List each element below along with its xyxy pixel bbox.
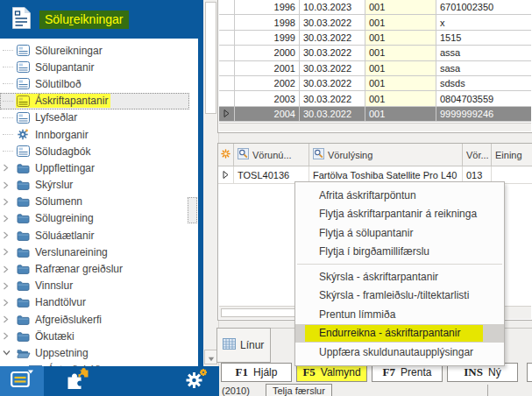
sidebar-item-uppflettingar[interactable]: Uppflettingar [0, 159, 189, 176]
menu-item-endurreikna-skriftarpantanir[interactable]: Endurreikna - áskriftarpantanir [295, 324, 504, 343]
column-header-label: Vörulýsing [328, 150, 372, 160]
orders-grid-hscrollbar[interactable] [219, 123, 531, 131]
sidebar-item-s-lureikningar[interactable]: Sölureikningar [0, 42, 189, 59]
chevron-right-icon[interactable] [3, 332, 16, 340]
menu-item-sk-rsla-framlei-slu-tiltektarlisti[interactable]: Skýrsla - framleiðslu-/tiltektarlisti [295, 286, 504, 306]
chevron-right-icon[interactable] [3, 198, 16, 206]
status-tab-telja-faerslur[interactable]: Telja færslur [266, 384, 332, 396]
sidebar-item-label: Skýrslur [35, 179, 73, 191]
table-row[interactable]: 200330.03.20220010804703559 [219, 91, 531, 106]
sidebar-item-label: Sölupantanir [35, 61, 94, 74]
gear-icon [185, 368, 209, 394]
menu-item-flytja-birg-amillif-rslu[interactable]: Flytja í birgðamillifærslu [295, 243, 504, 262]
cell-year: 1998 [235, 15, 300, 29]
f1-hj-lp[interactable]: F1Hjálp [221, 363, 292, 382]
sidebar-item-kut-ki[interactable]: Ökutæki [0, 328, 189, 344]
chevron-right-icon[interactable] [3, 215, 16, 223]
panel-splitter[interactable] [198, 0, 203, 396]
cell-ref: 0804703559 [436, 91, 531, 105]
column-header-v-rul-sing[interactable]: Vörulýsing [309, 144, 463, 166]
chevron-right-icon[interactable] [3, 231, 16, 239]
sidebar-scrollbar-thumb[interactable] [188, 197, 197, 223]
row-selector-cell [219, 91, 235, 105]
sidebar-item-handt-lvur[interactable]: Handtölvur [0, 294, 189, 311]
menu-item-label: Afrita áskriftarpöntun [319, 189, 416, 202]
cell-date: 30.03.2022 [300, 61, 365, 75]
sidebar-item-lyfse-lar[interactable]: Lyfseðlar [0, 110, 189, 126]
tab-linur[interactable]: Línur [216, 328, 271, 363]
chevron-right-icon[interactable] [3, 282, 16, 290]
sidebar-item-label: Söluáætlanir [35, 230, 94, 242]
chevron-down-icon[interactable] [3, 350, 16, 356]
folder-icon [17, 314, 31, 326]
sidebar-item-s-lu-tlanir[interactable]: Söluáætlanir [0, 227, 189, 244]
column-header-v-run[interactable]: Vörunú... [234, 144, 309, 166]
chevron-right-icon[interactable] [3, 248, 16, 256]
tab-label: Línur [240, 339, 264, 351]
esc-button[interactable]: ESC [527, 363, 532, 382]
column-header-v-r[interactable]: Vör... [463, 144, 492, 166]
menu-item-sk-rsla-skriftarpantanir[interactable]: Skýrsla - áskriftarpantanir [295, 267, 504, 286]
sidebar-item-skriftapantanir[interactable]: Áskriftapantanir [0, 93, 189, 110]
table-row[interactable]: 199610.03.20230016701002350 [219, 0, 531, 15]
folder-icon [17, 330, 31, 343]
sidebar-item-vinnslur[interactable]: Vinnslur [0, 278, 189, 294]
menu-item-flytja-s-lupantanir[interactable]: Flytja á sölupantanir [295, 223, 504, 243]
bottom-toolbar [0, 366, 219, 396]
forms-menu-button[interactable] [0, 366, 44, 396]
row-selector-cell [219, 0, 235, 14]
cell-ref: sasa [436, 61, 531, 75]
menu-item-afrita-skriftarp-ntun[interactable]: Afrita áskriftarpöntun [295, 186, 504, 205]
chevron-right-icon[interactable] [3, 164, 16, 172]
table-row[interactable]: 200230.03.2022001sdsds [219, 76, 531, 91]
menu-item-prentun-l-mmi-a[interactable]: Prentun límmiða [295, 305, 504, 324]
main-panel: 199610.03.20230016701002350199830.03.202… [219, 0, 532, 396]
cell-code: 001 [365, 107, 436, 121]
column-header-item[interactable] [218, 144, 234, 166]
cell-year: 2003 [235, 91, 300, 105]
cell-year: 1999 [235, 31, 300, 45]
sidebar-item-rafr-nar-grei-slur[interactable]: Rafrænar greiðslur [0, 260, 189, 277]
status-year: (2010) [222, 385, 250, 396]
table-row[interactable]: 200130.03.2022001sasa [219, 61, 531, 76]
table-row[interactable]: 199830.03.2022001x [219, 15, 531, 30]
chevron-right-icon[interactable] [3, 265, 16, 273]
table-row[interactable]: 200030.03.2022001assa [219, 46, 531, 60]
sidebar-item-label: Verslunareining [35, 246, 108, 258]
settings-button[interactable] [177, 366, 216, 396]
vertical-scrollbar-thumb[interactable] [205, 2, 216, 114]
modules-button[interactable] [58, 366, 96, 396]
sidebar-item-label: Áskriftapantanir [35, 95, 108, 107]
cell-code: 001 [365, 46, 436, 60]
scroll-down-button[interactable] [204, 350, 217, 364]
cell-date: 30.03.2022 [300, 107, 365, 121]
menu-item-flytja-skriftarpantanir-reikninga[interactable]: Flytja áskriftarpantanir á reikninga [295, 205, 504, 224]
table-row[interactable]: 199930.03.20220011515 [219, 31, 531, 46]
menu-item-label: Prentun límmiða [319, 308, 395, 321]
button-label: Valmynd [321, 366, 361, 378]
sidebar-item-s-lumenn[interactable]: Sölumenn [0, 194, 189, 210]
cell-date: 30.03.2022 [300, 91, 365, 105]
sidebar-item-verslunareining[interactable]: Verslunareining [0, 244, 189, 260]
cell-date: 30.03.2022 [300, 31, 365, 45]
document-icon [11, 6, 32, 33]
sidebar-item-label: Söludagbók [35, 145, 90, 158]
chevron-right-icon[interactable] [3, 315, 16, 323]
chevron-right-icon[interactable] [3, 299, 16, 307]
lines-grid-hscrollbar-thumb[interactable] [221, 308, 305, 317]
button-label: Ný [488, 366, 501, 378]
menu-item-uppf-ra-skuldunautauppl-singar[interactable]: Uppfæra skuldunautaupplýsingar [295, 343, 504, 362]
chevron-right-icon[interactable] [3, 181, 16, 189]
sidebar-item-afgrei-slukerfi[interactable]: Afgreiðslukerfi [0, 311, 189, 328]
sidebar-item-innborganir[interactable]: Innborganir [0, 126, 189, 143]
sidebar-item-s-lutilbo[interactable]: Sölutilboð [0, 75, 189, 92]
folder-open-icon [17, 347, 31, 359]
sidebar-item-sk-rslur[interactable]: Skýrslur [0, 177, 189, 194]
sidebar-item-s-lupantanir[interactable]: Sölupantanir [0, 59, 189, 75]
sidebar-item-s-lugreining[interactable]: Sölugreining [0, 210, 189, 227]
sidebar-item-s-ludagb-k[interactable]: Söludagbók [0, 143, 189, 159]
table-row[interactable]: 200430.03.20220019999999246 [219, 107, 531, 122]
column-header-eining[interactable]: Eining [492, 144, 532, 166]
form-icon [17, 95, 31, 107]
sidebar-item-uppsetning[interactable]: Uppsetning [0, 344, 189, 361]
